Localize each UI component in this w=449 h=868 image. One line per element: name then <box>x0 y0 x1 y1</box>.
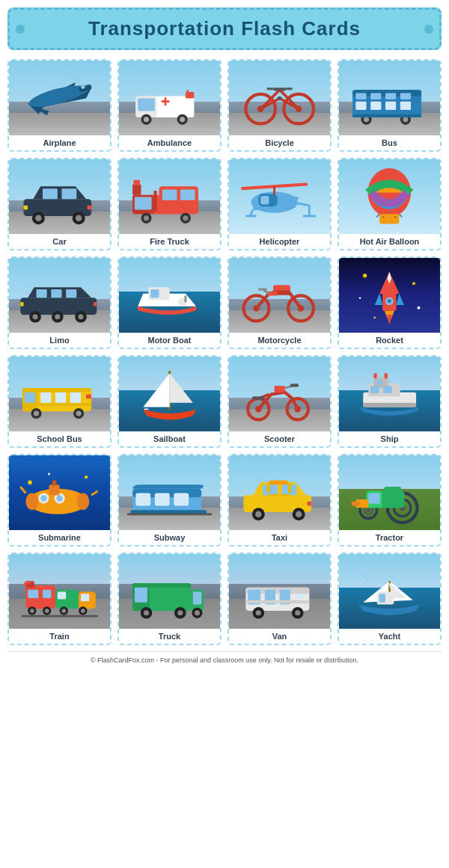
svg-point-173 <box>296 511 302 517</box>
svg-point-92 <box>78 314 83 319</box>
svg-rect-88 <box>66 289 76 297</box>
svg-rect-98 <box>150 289 159 297</box>
svg-rect-60 <box>162 189 177 200</box>
svg-rect-39 <box>370 101 381 109</box>
svg-point-217 <box>177 610 183 615</box>
svg-point-150 <box>40 495 46 501</box>
svg-rect-120 <box>40 391 51 404</box>
svg-line-234 <box>363 576 368 581</box>
svg-rect-207 <box>22 615 98 617</box>
card-label-ambulance: Ambulance <box>119 135 220 150</box>
svg-rect-136 <box>290 384 299 387</box>
svg-point-7 <box>81 84 85 89</box>
svg-rect-35 <box>370 93 381 99</box>
card-bicycle: Bicycle <box>227 59 332 152</box>
page-title: Transportation Flash Cards <box>88 17 361 40</box>
svg-point-227 <box>256 610 261 615</box>
card-image-hot-air-balloon <box>339 159 440 234</box>
svg-point-159 <box>48 473 50 475</box>
card-image-limo <box>9 258 110 333</box>
card-label-bus: Bus <box>339 135 440 150</box>
card-sailboat: Sailboat <box>117 355 222 448</box>
svg-rect-10 <box>138 98 155 111</box>
card-label-bicycle: Bicycle <box>229 135 330 150</box>
card-label-fire-truck: Fire Truck <box>119 234 220 249</box>
svg-point-202 <box>45 609 49 613</box>
card-train: Train <box>7 552 112 645</box>
svg-rect-63 <box>133 179 139 185</box>
card-scooter: Scooter <box>227 355 332 448</box>
card-taxi: Taxi <box>227 454 332 547</box>
svg-point-116 <box>388 299 391 303</box>
svg-rect-176 <box>307 501 311 505</box>
svg-rect-54 <box>23 205 28 209</box>
svg-point-67 <box>183 215 188 221</box>
svg-rect-68 <box>153 190 156 211</box>
svg-point-15 <box>144 117 149 122</box>
svg-rect-178 <box>288 482 291 493</box>
card-label-ship: Ship <box>339 431 440 446</box>
card-image-taxi <box>229 455 330 530</box>
card-label-car: Car <box>9 234 110 249</box>
svg-rect-142 <box>376 379 382 384</box>
card-helicopter: Helicopter <box>227 158 332 250</box>
svg-rect-41 <box>400 101 411 109</box>
card-motor-boat: Motor Boat <box>117 256 222 349</box>
svg-rect-144 <box>373 373 376 378</box>
svg-rect-213 <box>193 591 201 604</box>
card-image-school-bus <box>9 357 110 431</box>
svg-point-152 <box>56 495 62 501</box>
card-image-rocket <box>339 258 440 333</box>
svg-rect-163 <box>155 493 170 505</box>
svg-rect-143 <box>363 402 416 407</box>
svg-rect-195 <box>28 589 38 597</box>
svg-point-112 <box>418 306 421 309</box>
card-hot-air-balloon: Hot Air Balloon <box>337 158 442 250</box>
svg-rect-153 <box>49 484 59 495</box>
svg-line-155 <box>20 486 25 492</box>
svg-rect-28 <box>273 87 286 90</box>
svg-line-156 <box>91 490 97 495</box>
svg-point-43 <box>364 117 369 122</box>
svg-rect-86 <box>36 289 46 297</box>
card-image-fire-truck <box>119 159 220 234</box>
svg-rect-220 <box>132 583 191 588</box>
svg-point-171 <box>255 511 261 517</box>
svg-rect-40 <box>385 101 396 109</box>
svg-rect-37 <box>400 93 411 99</box>
card-label-airplane: Airplane <box>9 135 110 150</box>
svg-rect-11 <box>159 96 194 117</box>
footer-text: © FlashCardFox.com - For personal and cl… <box>7 651 442 668</box>
svg-point-128 <box>76 410 81 416</box>
card-label-motorcycle: Motorcycle <box>229 333 330 348</box>
svg-point-200 <box>30 609 34 613</box>
svg-rect-162 <box>135 493 150 505</box>
svg-rect-48 <box>43 188 58 199</box>
card-image-airplane <box>9 61 110 135</box>
card-bus: Bus <box>337 59 442 152</box>
svg-rect-55 <box>87 205 91 209</box>
card-school-bus: School Bus <box>7 355 112 448</box>
card-label-taxi: Taxi <box>229 530 330 545</box>
svg-rect-122 <box>70 391 81 404</box>
card-van: Van <box>227 552 332 645</box>
svg-rect-140 <box>370 386 379 393</box>
card-yacht: Yacht <box>337 552 442 645</box>
svg-point-94 <box>55 314 60 319</box>
svg-rect-198 <box>81 594 89 601</box>
svg-point-147 <box>76 493 89 510</box>
card-label-submarine: Submarine <box>9 530 110 545</box>
svg-rect-87 <box>51 289 61 297</box>
card-label-rocket: Rocket <box>339 333 440 348</box>
card-label-sailboat: Sailboat <box>119 431 220 446</box>
svg-rect-38 <box>355 101 366 109</box>
svg-line-81 <box>376 214 379 217</box>
svg-point-215 <box>144 610 149 615</box>
card-label-motor-boat: Motor Boat <box>119 333 220 348</box>
svg-rect-80 <box>379 214 399 224</box>
card-image-yacht <box>339 554 440 629</box>
card-image-tractor <box>339 455 440 530</box>
svg-rect-96 <box>94 301 97 306</box>
card-image-ship <box>339 357 440 431</box>
svg-point-206 <box>81 609 85 613</box>
